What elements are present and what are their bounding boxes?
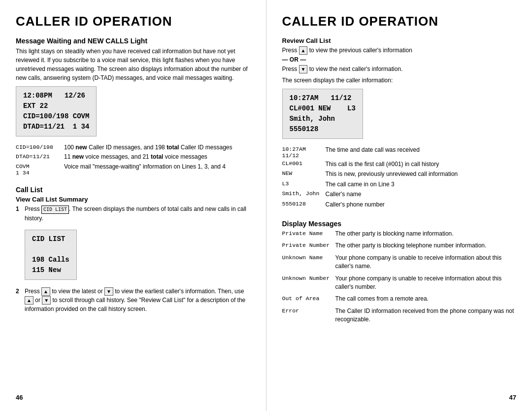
disp-desc-5: The call comes from a remote area. [335,295,517,303]
left-page: CALLER ID OPERATION Message Waiting and … [0,0,266,411]
lcd-display-1: 12:08PM 12/26 EXT 22 CID=100/198 COVM DT… [16,86,97,137]
disp-desc-3: Your phone company is unable to receive … [335,254,517,271]
review-term-2: CL#001 [282,160,322,169]
left-page-number: 46 [16,394,250,401]
disp-term-5: Out of Area [282,295,332,303]
lcd1-line3: CID=100/198 COVM [23,111,89,122]
disp-term-6: Error [282,307,332,324]
review-desc-5: Caller's name [326,190,517,199]
def-desc-1: 100 new Caller ID messages, and 198 tota… [64,143,250,152]
down-arrow-btn-2: ▼ [42,296,51,305]
up-arrow-btn: ▲ [41,287,50,296]
review-desc-4: The call came in on Line 3 [326,180,517,189]
review-or: — OR — [282,56,517,63]
lcd2-line3: 198 Calls [32,255,69,265]
lcd2-line1: CID LIST [32,234,69,244]
disp-term-3: Unknown Name [282,254,332,271]
lcd-display-3: 10:27AM 11/12 CL#001 NEW L3 Smith, John … [282,89,363,139]
step-1-text: Press CID LIST. The screen displays the … [25,205,250,223]
cid-list-key: CID LIST [41,206,69,214]
disp-desc-4: Your phone company is unable to receive … [335,274,517,292]
view-summary-heading: View Call List Summary [16,196,250,203]
display-messages-section: Display Messages Private Name The other … [282,220,517,324]
right-page-number: 47 [282,394,517,401]
review-section: Review Call List Press ▲ to view the pre… [282,37,517,209]
msg-waiting-body: This light stays on steadily when you ha… [16,47,250,82]
step-1: 1 Press CID LIST. The screen displays th… [16,205,250,223]
call-list-heading: Call List [16,186,250,194]
msg-waiting-section: Message Waiting and NEW CALLS Light This… [16,37,250,176]
down-arrow-btn: ▼ [104,287,113,296]
def-desc-2: 11 new voice messages, and 21 total voic… [64,153,250,161]
review-term-1: 10:27AM 11/12 [282,146,322,159]
step-2-text: Press ▲ to view the latest or ▼ to view … [25,287,250,313]
lcd2-line4: 115 New [32,265,69,275]
left-page-title: CALLER ID OPERATION [16,14,250,29]
review-definitions: 10:27AM 11/12 The time and date call was… [282,146,517,209]
disp-desc-2: The other party is blocking telephone nu… [335,241,517,250]
lcd1-line2: EXT 22 [23,101,89,111]
def-term-1: CID=100/198 [16,143,60,152]
review-term-6: 5550128 [282,201,322,209]
review-down-btn: ▼ [299,65,308,73]
def-term-3: COVM 1 34 [16,163,60,176]
lcd1-line4: DTAD=11/21 1 34 [23,122,89,132]
lcd-display-2: CID LIST 198 Calls 115 New [25,230,77,280]
def-term-2: DTAD=11/21 [16,153,60,161]
display-heading: Display Messages [282,220,517,228]
cid-definitions: CID=100/198 100 new Caller ID messages, … [16,143,250,176]
def-desc-3: Voice mail "message-waiting" information… [64,163,250,176]
display-definitions: Private Name The other party is blocking… [282,230,517,324]
review-desc-1: The time and date call was received [326,146,517,159]
review-press-up: Press ▲ to view the previous caller's in… [282,46,517,55]
step-1-number: 1 [16,205,22,223]
call-list-section: Call List View Call List Summary 1 Press… [16,186,250,316]
call-list-steps: 1 Press CID LIST. The screen displays th… [16,205,250,223]
right-page: CALLER ID OPERATION Review Call List Pre… [266,0,532,411]
review-heading: Review Call List [282,37,517,44]
lcd3-line4: 5550128 [290,124,356,135]
review-term-4: L3 [282,180,322,189]
lcd3-line3: Smith, John [290,114,356,124]
right-page-title: CALLER ID OPERATION [282,14,517,29]
disp-term-4: Unknown Number [282,274,332,292]
lcd2-spacer [32,244,69,255]
step-2: 2 Press ▲ to view the latest or ▼ to vie… [16,287,250,313]
lcd1-line1: 12:08PM 12/26 [23,91,89,101]
review-term-5: Smith, John [282,190,322,199]
disp-desc-6: The Caller ID information received from … [335,307,517,324]
review-press-down: Press ▼ to view the next caller's inform… [282,65,517,73]
up-arrow-btn-2: ▲ [25,296,33,305]
review-term-3: NEW [282,170,322,178]
review-desc-2: This call is the first call (#001) in ca… [326,160,517,169]
review-up-btn: ▲ [299,46,308,55]
call-list-steps-2: 2 Press ▲ to view the latest or ▼ to vie… [16,287,250,313]
lcd3-line2: CL#001 NEW L3 [290,103,356,114]
review-screen-text: The screen displays the caller informati… [282,76,517,85]
msg-waiting-heading: Message Waiting and NEW CALLS Light [16,37,250,45]
disp-term-2: Private Number [282,241,332,250]
disp-term-1: Private Name [282,230,332,238]
review-desc-3: This is new, previously unreviewed call … [326,170,517,178]
step-2-number: 2 [16,287,22,313]
review-desc-6: Caller's phone number [326,201,517,209]
lcd3-line1: 10:27AM 11/12 [290,93,356,103]
disp-desc-1: The other party is blocking name informa… [335,230,517,238]
